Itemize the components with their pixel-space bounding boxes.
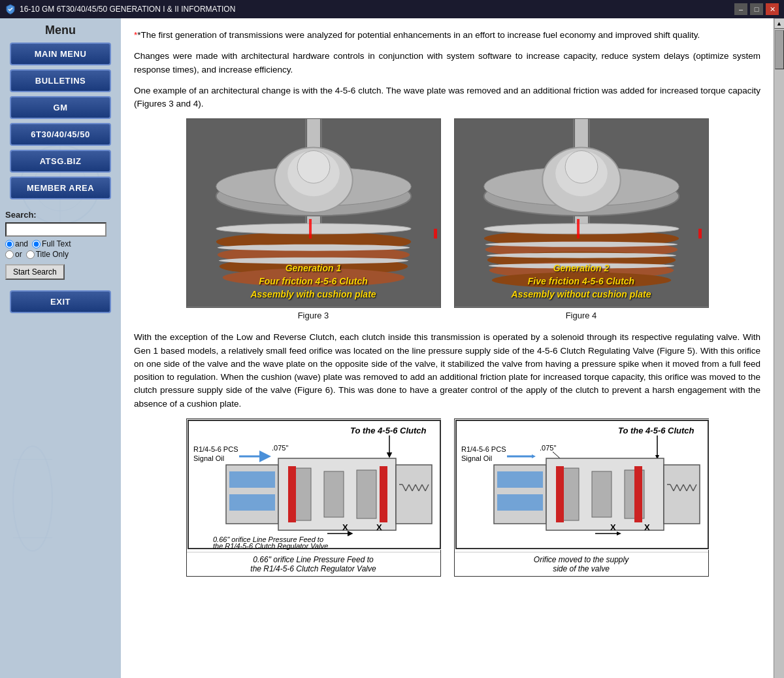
svg-rect-91 bbox=[592, 471, 612, 517]
paragraph-1-text: *The first generation of transmissions w… bbox=[137, 30, 700, 40]
svg-text:To the 4-5-6 Clutch: To the 4-5-6 Clutch bbox=[618, 426, 694, 435]
svg-point-21 bbox=[297, 151, 330, 184]
search-label: Search: bbox=[5, 210, 116, 220]
fig4-line3: Assembly without cushion plate bbox=[512, 289, 651, 299]
svg-point-4 bbox=[13, 447, 52, 551]
window-title: 16-10 GM 6T30/40/45/50 GENERATION I & II… bbox=[20, 5, 235, 14]
svg-text:X: X bbox=[376, 522, 382, 532]
content-wrapper: **The first generation of transmissions … bbox=[121, 18, 784, 678]
app-icon bbox=[5, 4, 16, 14]
fig5-caption-1: 0.66" orifice Line Pressure Feed to bbox=[253, 555, 373, 564]
svg-rect-56 bbox=[357, 470, 376, 518]
svg-text:R1/4-5-6 PCS: R1/4-5-6 PCS bbox=[193, 445, 238, 453]
svg-rect-102 bbox=[497, 471, 543, 488]
search-fulltext-text: Full Text bbox=[42, 239, 71, 248]
svg-rect-22 bbox=[309, 219, 312, 239]
valve-row: To the 4-5-6 Clutch R1/4-5-6 PCS Signal … bbox=[134, 418, 760, 577]
paragraph-4: With the exception of the Low and Revers… bbox=[134, 331, 760, 411]
title-bar: 16-10 GM 6T30/40/45/50 GENERATION I & II… bbox=[0, 0, 784, 18]
gm-button[interactable]: GM bbox=[10, 96, 111, 119]
paragraph-1: **The first generation of transmissions … bbox=[134, 29, 760, 42]
figure-4-label: Figure 4 bbox=[566, 311, 597, 320]
svg-point-17 bbox=[217, 245, 409, 251]
search-row-and: and Full Text bbox=[5, 239, 116, 248]
paragraph-2: Changes were made with architectural har… bbox=[134, 50, 760, 76]
6t30-button[interactable]: 6T30/40/45/50 bbox=[10, 123, 111, 146]
figure-3-item: Generation 1 Four friction 4-5-6 Clutch … bbox=[186, 118, 441, 320]
figure-5-caption: 0.66" orifice Line Pressure Feed to the … bbox=[187, 552, 440, 576]
content-area[interactable]: **The first generation of transmissions … bbox=[121, 18, 774, 678]
figure-3-image: Generation 1 Four friction 4-5-6 Clutch … bbox=[186, 118, 441, 308]
figure-3-label: Figure 3 bbox=[298, 311, 329, 320]
sidebar: Menu MAIN MENU BULLETINS GM 6T30/40/45/5… bbox=[0, 18, 121, 678]
member-area-button[interactable]: MEMBER AREA bbox=[10, 177, 111, 199]
scrollbar-track[interactable]: ▲ bbox=[774, 18, 784, 678]
scrollbar-thumb[interactable] bbox=[775, 30, 784, 69]
search-and-text: and bbox=[15, 239, 28, 248]
main-menu-button[interactable]: MAIN MENU bbox=[10, 42, 111, 65]
scrollbar-up-arrow[interactable]: ▲ bbox=[774, 18, 785, 29]
search-and-label[interactable]: and bbox=[5, 239, 28, 248]
svg-point-40 bbox=[565, 151, 598, 184]
title-bar-left: 16-10 GM 6T30/40/45/50 GENERATION I & II… bbox=[5, 4, 235, 14]
svg-text:.075": .075" bbox=[272, 444, 288, 452]
search-row-or: or Title Only bbox=[5, 250, 116, 259]
search-section: Search: and Full Text bbox=[5, 210, 116, 280]
fig5-caption-2: the R1/4-5-6 Clutch Regulator Valve bbox=[250, 564, 376, 573]
minimize-button[interactable]: – bbox=[734, 3, 747, 15]
figure-4-image: Generation 2 Five friction 4-5-6 Clutch … bbox=[454, 118, 709, 308]
svg-rect-105 bbox=[634, 466, 642, 522]
svg-rect-69 bbox=[380, 466, 387, 522]
svg-rect-23 bbox=[434, 229, 437, 239]
svg-text:Signal Oil: Signal Oil bbox=[461, 454, 492, 462]
svg-point-35 bbox=[485, 242, 677, 247]
search-titleonly-radio[interactable] bbox=[26, 250, 35, 259]
figures-row: Generation 1 Four friction 4-5-6 Clutch … bbox=[134, 118, 760, 320]
figure-6-svg: To the 4-5-6 Clutch R1/4-5-6 PCS Signal … bbox=[455, 419, 710, 550]
svg-text:Signal Oil: Signal Oil bbox=[193, 454, 224, 462]
figure-6-caption: Orifice moved to the supply side of the … bbox=[455, 552, 708, 576]
svg-text:X: X bbox=[342, 522, 348, 532]
search-or-text: or bbox=[15, 250, 22, 259]
svg-rect-53 bbox=[396, 465, 432, 524]
search-titleonly-label[interactable]: Title Only bbox=[26, 250, 69, 259]
svg-rect-55 bbox=[324, 471, 344, 517]
search-input[interactable] bbox=[5, 222, 106, 237]
svg-rect-89 bbox=[664, 465, 700, 524]
svg-rect-41 bbox=[577, 219, 580, 239]
figure-3-caption: Generation 1 Four friction 4-5-6 Clutch … bbox=[187, 262, 440, 301]
svg-text:X: X bbox=[644, 522, 650, 532]
svg-rect-66 bbox=[229, 471, 275, 488]
figure-4-caption: Generation 2 Five friction 4-5-6 Clutch … bbox=[455, 262, 708, 301]
svg-text:the R1/4-5-6 Clutch Regulator : the R1/4-5-6 Clutch Regulator Valve bbox=[213, 542, 328, 550]
figure-5-item: To the 4-5-6 Clutch R1/4-5-6 PCS Signal … bbox=[186, 418, 441, 577]
start-search-button[interactable]: Start Search bbox=[5, 264, 65, 280]
svg-text:.075": .075" bbox=[540, 444, 556, 452]
search-or-label[interactable]: or bbox=[5, 250, 22, 259]
window-controls: – □ ✕ bbox=[734, 3, 779, 15]
svg-text:To the 4-5-6 Clutch: To the 4-5-6 Clutch bbox=[350, 426, 427, 435]
sidebar-content: Menu MAIN MENU BULLETINS GM 6T30/40/45/5… bbox=[5, 24, 116, 317]
search-and-radio[interactable] bbox=[5, 240, 14, 248]
svg-point-16 bbox=[216, 224, 410, 234]
fig3-line3: Assembly with cushion plate bbox=[250, 289, 376, 299]
svg-rect-104 bbox=[556, 466, 564, 522]
figure-6-item: To the 4-5-6 Clutch R1/4-5-6 PCS Signal … bbox=[454, 418, 709, 577]
svg-rect-68 bbox=[288, 466, 296, 522]
bulletins-button[interactable]: BULLETINS bbox=[10, 69, 111, 92]
atsg-button[interactable]: ATSG.BIZ bbox=[10, 150, 111, 173]
close-button[interactable]: ✕ bbox=[766, 3, 779, 15]
search-fulltext-label[interactable]: Full Text bbox=[32, 239, 71, 248]
exit-button[interactable]: EXIT bbox=[10, 290, 111, 313]
menu-title: Menu bbox=[45, 24, 76, 37]
search-fulltext-radio[interactable] bbox=[32, 240, 41, 248]
search-or-radio[interactable] bbox=[5, 250, 14, 259]
maximize-button[interactable]: □ bbox=[750, 3, 763, 15]
search-titleonly-text: Title Only bbox=[36, 250, 69, 259]
fig3-line2: Four friction 4-5-6 Clutch bbox=[259, 276, 367, 286]
svg-point-34 bbox=[483, 224, 678, 234]
main-container: Menu MAIN MENU BULLETINS GM 6T30/40/45/5… bbox=[0, 18, 784, 678]
figure-4-item: Generation 2 Five friction 4-5-6 Clutch … bbox=[454, 118, 709, 320]
search-options: and Full Text or bbox=[5, 239, 116, 259]
paragraph-3: One example of an architectural change i… bbox=[134, 84, 760, 111]
